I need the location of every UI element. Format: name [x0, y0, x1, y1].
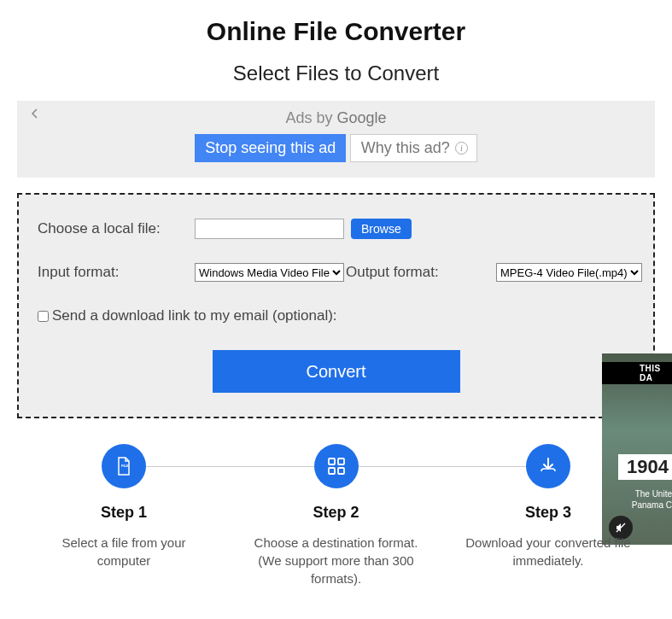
page-title: Online File Converter: [0, 17, 672, 46]
svg-text:FILE: FILE: [121, 464, 129, 468]
page-subtitle: Select Files to Convert: [0, 61, 672, 85]
svg-rect-4: [338, 468, 344, 474]
info-icon: i: [455, 142, 468, 155]
steps-row: FILE Step 1 Select a file from your comp…: [34, 444, 638, 587]
step-2-title: Step 2: [247, 504, 426, 522]
output-format-select[interactable]: MPEG-4 Video File(.mp4): [496, 263, 642, 282]
why-this-ad-label: Why this ad?: [361, 139, 450, 157]
input-format-select[interactable]: Windows Media Video File(.wmv): [195, 263, 344, 282]
ad-banner: Ads by Google Stop seeing this ad Why th…: [17, 101, 655, 178]
step-2: Step 2 Choose a destination format. (We …: [247, 444, 426, 587]
step-3-title: Step 3: [459, 504, 638, 522]
choose-file-label: Choose a local file:: [38, 220, 195, 237]
step-1-desc: Select a file from your computer: [34, 534, 213, 569]
ad-prefix: Ads by: [285, 109, 336, 126]
stop-seeing-ad-button[interactable]: Stop seeing this ad: [195, 134, 346, 162]
svg-rect-3: [329, 468, 335, 474]
ad-brand: Google: [336, 109, 386, 126]
download-icon: [526, 444, 570, 488]
step-1-title: Step 1: [34, 504, 213, 522]
ad-label: Ads by Google: [27, 109, 645, 127]
output-format-label: Output format:: [346, 264, 496, 281]
page-header: Online File Converter Select Files to Co…: [0, 0, 672, 85]
video-band-label: THIS DA: [602, 362, 672, 384]
step-2-desc: Choose a destination format. (We support…: [247, 534, 426, 587]
converter-form: Choose a local file: Browse Input format…: [17, 193, 655, 418]
input-format-label: Input format:: [38, 264, 195, 281]
file-input[interactable]: [195, 219, 344, 239]
email-checkbox[interactable]: [38, 311, 49, 322]
step-3-desc: Download your converted file immediately…: [459, 534, 638, 569]
ad-back-icon[interactable]: [29, 108, 41, 120]
svg-rect-2: [338, 458, 344, 464]
step-3: Step 3 Download your converted file imme…: [459, 444, 638, 587]
step-1: FILE Step 1 Select a file from your comp…: [34, 444, 213, 587]
browse-button[interactable]: Browse: [351, 219, 412, 239]
why-this-ad-button[interactable]: Why this ad? i: [350, 134, 477, 162]
convert-button[interactable]: Convert: [213, 350, 460, 393]
svg-rect-1: [329, 458, 335, 464]
email-label: Send a download link to my email (option…: [52, 307, 337, 324]
grid-icon: [314, 444, 359, 488]
file-icon: FILE: [102, 444, 146, 488]
